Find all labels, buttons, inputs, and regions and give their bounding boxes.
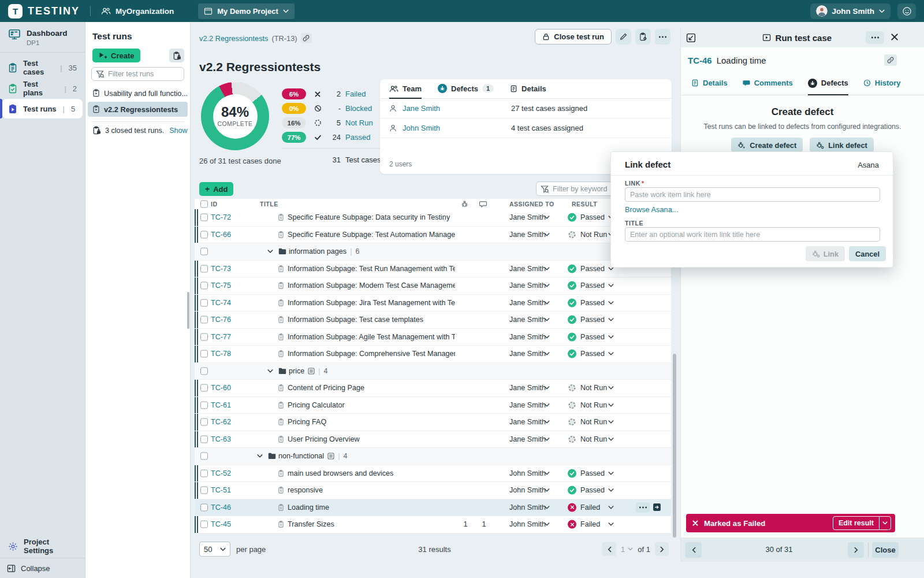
row-checkbox[interactable] <box>200 384 208 392</box>
row-checkbox[interactable] <box>200 469 208 477</box>
sidebar-item-test-plans[interactable]: Test plans | 2 <box>0 78 85 99</box>
next-case-button[interactable] <box>848 542 864 558</box>
test-case-id-link[interactable]: TC-62 <box>211 418 231 426</box>
result-value[interactable]: Passed <box>580 299 605 307</box>
breadcrumb-run-link[interactable]: v2.2 Regressiontests <box>199 34 269 43</box>
organization-switcher[interactable]: MyOrganization <box>101 7 174 16</box>
row-checkbox[interactable] <box>200 231 208 238</box>
chevron-down-icon[interactable] <box>608 318 614 322</box>
row-checkbox[interactable] <box>200 214 208 221</box>
table-row[interactable]: TC-62Pricing FAQJane SmithNot Run <box>195 414 671 431</box>
chevron-down-icon[interactable] <box>257 454 263 458</box>
assigned-to-value[interactable]: John Smith <box>509 469 546 477</box>
chevron-down-icon[interactable] <box>608 437 614 441</box>
table-row[interactable]: TC-60Content of Pricing PageJane SmithNo… <box>195 380 671 397</box>
row-checkbox[interactable] <box>200 503 208 511</box>
test-case-id-link[interactable]: TC-77 <box>211 333 231 341</box>
tab-defects[interactable]: Defects <box>808 72 848 95</box>
result-value[interactable]: Passed <box>580 316 605 324</box>
testiny-logo-icon[interactable]: T <box>8 4 23 18</box>
test-case-id-link[interactable]: TC-75 <box>211 281 231 290</box>
row-checkbox[interactable] <box>200 435 208 443</box>
tab-defects[interactable]: Defects 1 <box>438 79 494 99</box>
row-checkbox[interactable] <box>200 299 208 306</box>
col-result[interactable]: RESULT <box>572 201 597 208</box>
result-value[interactable]: Passed <box>580 265 605 273</box>
close-panel-icon[interactable] <box>890 32 899 42</box>
assigned-to-value[interactable]: Jane Smith <box>509 401 546 409</box>
test-case-id-link[interactable]: TC-45 <box>211 520 231 528</box>
tab-team[interactable]: Team <box>389 79 422 99</box>
assigned-to-value[interactable]: Jane Smith <box>509 418 546 426</box>
table-row[interactable]: TC-45Transfer Sizes11John SmithFailed <box>195 516 671 533</box>
row-checkbox[interactable] <box>200 367 208 375</box>
user-menu[interactable]: John Smith <box>810 3 891 19</box>
tab-comments[interactable]: Comments <box>743 72 793 95</box>
result-value[interactable]: Not Run <box>580 231 607 239</box>
create-test-run-button[interactable]: Create <box>92 49 140 62</box>
result-value[interactable]: Passed <box>580 469 605 477</box>
test-case-id-link[interactable]: TC-63 <box>211 435 231 443</box>
close-case-button[interactable]: Close <box>872 542 899 558</box>
chevron-down-icon[interactable] <box>544 352 550 356</box>
assigned-to-value[interactable]: Jane Smith <box>509 316 546 324</box>
team-member-row[interactable]: John Smith 4 test cases assigned <box>380 118 672 138</box>
sidebar-item-test-runs[interactable]: Test runs | 5 <box>2 99 83 118</box>
test-case-id-link[interactable]: TC-72 <box>211 213 231 221</box>
chevron-down-icon[interactable] <box>544 386 550 390</box>
chevron-down-icon[interactable] <box>544 471 550 475</box>
chevron-down-icon[interactable] <box>608 523 614 527</box>
passed-filter-link[interactable]: Passed <box>345 133 370 142</box>
assigned-to-value[interactable]: Jane Smith <box>509 213 546 221</box>
assigned-to-value[interactable]: Jane Smith <box>509 231 546 239</box>
test-case-id-link[interactable]: TC-73 <box>211 265 231 273</box>
test-case-id-link[interactable]: TC-78 <box>211 350 231 358</box>
create-defect-button[interactable]: Create defect <box>731 138 803 153</box>
table-row[interactable]: TC-75Information Subpage: Modern Test Ca… <box>195 277 671 295</box>
cancel-button[interactable]: Cancel <box>849 246 886 261</box>
result-value[interactable]: Not Run <box>580 384 607 392</box>
chevron-down-icon[interactable] <box>608 403 614 407</box>
chevron-down-icon[interactable] <box>608 488 614 492</box>
table-row[interactable]: TC-72Specific Feature Subpage: Data secu… <box>195 209 671 227</box>
result-value[interactable]: Passed <box>580 281 605 290</box>
test-case-id-link[interactable]: TC-61 <box>211 401 231 409</box>
current-page-select[interactable]: 1 <box>621 545 633 554</box>
work-item-title-input[interactable] <box>625 227 880 242</box>
row-checkbox[interactable] <box>200 333 208 340</box>
sidebar-item-test-cases[interactable]: Test cases | 35 <box>0 57 85 78</box>
assigned-to-value[interactable]: Jane Smith <box>509 265 546 273</box>
panel-more-button[interactable] <box>866 31 884 44</box>
blocked-filter-link[interactable]: Blocked <box>345 104 372 113</box>
feedback-button[interactable] <box>897 3 916 19</box>
row-checkbox[interactable] <box>200 418 208 426</box>
browse-asana-link[interactable]: Browse Asana... <box>625 205 678 214</box>
col-assigned-to[interactable]: ASSIGNED TO <box>509 201 554 208</box>
col-title[interactable]: TITLE <box>260 201 278 208</box>
table-group-row[interactable]: price|4 <box>195 363 671 380</box>
case-id-link[interactable]: TC-46 <box>688 55 712 65</box>
chevron-down-icon[interactable] <box>544 216 550 220</box>
row-checkbox[interactable] <box>200 282 208 290</box>
row-checkbox[interactable] <box>200 248 208 255</box>
table-row[interactable]: TC-77Information Subpage: Agile Test Man… <box>195 329 671 346</box>
assigned-to-value[interactable]: Jane Smith <box>509 384 546 392</box>
test-case-id-link[interactable]: TC-60 <box>211 384 231 392</box>
test-case-id-link[interactable]: TC-76 <box>211 316 231 324</box>
project-selector[interactable]: My Demo Project <box>198 3 294 19</box>
open-in-panel-icon[interactable] <box>653 503 661 512</box>
tab-details[interactable]: Details <box>510 79 546 99</box>
row-checkbox[interactable] <box>200 265 208 272</box>
table-scrollbar[interactable] <box>673 354 676 538</box>
prev-page-button[interactable] <box>602 542 616 556</box>
result-value[interactable]: Not Run <box>580 401 607 409</box>
filter-test-runs-input[interactable] <box>107 69 178 79</box>
col-id[interactable]: ID <box>211 201 218 208</box>
link-submit-button[interactable]: Link <box>806 246 845 261</box>
test-case-id-link[interactable]: TC-74 <box>211 299 231 307</box>
test-run-list-item-selected[interactable]: v2.2 Regressiontests <box>88 102 188 117</box>
run-settings-button[interactable] <box>635 29 651 45</box>
table-group-row[interactable]: information pages|6 <box>195 243 671 261</box>
assigned-to-value[interactable]: Jane Smith <box>509 281 546 290</box>
prev-case-button[interactable] <box>685 542 702 558</box>
